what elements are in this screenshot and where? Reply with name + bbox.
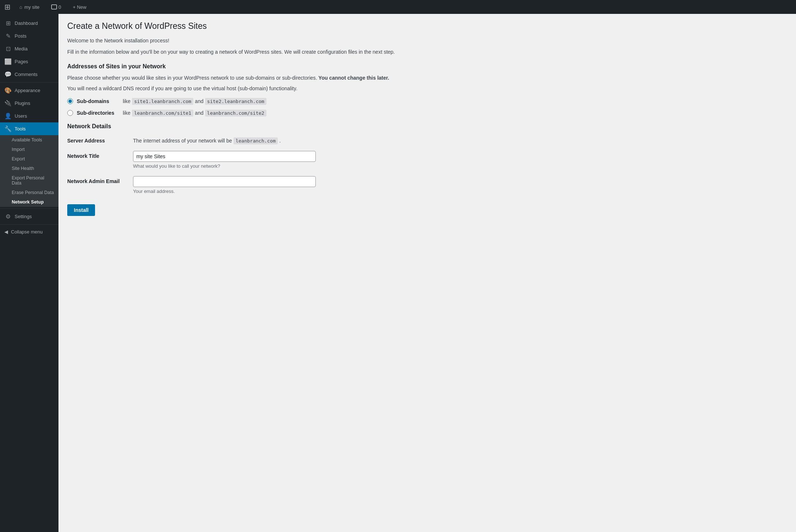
page-title: Create a Network of WordPress Sites — [67, 21, 787, 31]
subdirectory-option: Sub-directories like leanbranch.com/site… — [67, 110, 787, 116]
network-email-label: Network Admin Email — [67, 176, 133, 184]
subdomain-desc: like site1.leanbranch.com and site2.lean… — [123, 98, 266, 104]
sidebar-item-comments[interactable]: 💬 Comments — [0, 68, 58, 81]
appearance-icon: 🎨 — [4, 87, 12, 94]
subdirectory-example2: leanbranch.com/site2 — [205, 110, 267, 117]
subdomain-radio[interactable] — [67, 98, 73, 104]
network-title-hint: What would you like to call your network… — [133, 163, 787, 169]
new-button[interactable]: + New — [70, 0, 89, 14]
sidebar-item-settings[interactable]: ⚙ Settings — [0, 210, 58, 223]
sidebar-item-appearance[interactable]: 🎨 Appearance — [0, 84, 58, 97]
network-email-hint: Your email address. — [133, 189, 787, 194]
pages-icon: ⬜ — [4, 58, 12, 65]
network-email-row: Network Admin Email Your email address. — [67, 176, 787, 194]
submenu-site-health[interactable]: Site Health — [0, 164, 58, 173]
sidebar-item-dashboard[interactable]: ⊞ Dashboard — [0, 17, 58, 30]
comments-link[interactable]: 0 — [48, 0, 64, 14]
install-button[interactable]: Install — [67, 204, 95, 216]
sidebar-item-label: Pages — [15, 59, 28, 64]
comment-bubble-icon — [51, 4, 57, 10]
subdirectory-label-text: Sub-directories — [77, 110, 114, 116]
sidebar-item-label: Appearance — [15, 88, 40, 93]
addresses-desc1-strong: You cannot change this later. — [317, 75, 389, 81]
sidebar-item-plugins[interactable]: 🔌 Plugins — [0, 97, 58, 110]
sidebar-item-label: Settings — [15, 214, 32, 219]
submenu-network-setup[interactable]: Network Setup — [0, 197, 58, 207]
submenu-export[interactable]: Export — [0, 154, 58, 164]
sidebar-item-label: Comments — [15, 72, 38, 77]
sidebar: ⊞ Dashboard ✎ Posts ⊡ Media ⬜ Pages 💬 Co… — [0, 14, 58, 532]
submenu-available-tools[interactable]: Available Tools — [0, 135, 58, 145]
server-address-code: leanbranch.com — [234, 137, 278, 144]
sidebar-item-media[interactable]: ⊡ Media — [0, 42, 58, 55]
subdirectory-radio[interactable] — [67, 110, 73, 116]
addresses-desc1: Please choose whether you would like sit… — [67, 74, 787, 82]
sidebar-item-label: Dashboard — [15, 20, 38, 26]
address-options: Sub-domains like site1.leanbranch.com an… — [67, 98, 787, 116]
site-name: my site — [24, 4, 39, 10]
tools-submenu: Available Tools Import Export Site Healt… — [0, 135, 58, 207]
server-address-row: Server Address The internet address of y… — [67, 136, 787, 144]
network-title-row: Network Title What would you like to cal… — [67, 151, 787, 169]
sidebar-item-label: Plugins — [15, 100, 30, 106]
sidebar-item-label: Media — [15, 46, 27, 52]
subdomain-option: Sub-domains like site1.leanbranch.com an… — [67, 98, 787, 104]
tools-arrow-icon: ◀ — [50, 126, 54, 132]
subdirectory-label[interactable]: Sub-directories — [67, 110, 118, 116]
subdomain-label[interactable]: Sub-domains — [67, 98, 118, 104]
sidebar-item-tools[interactable]: 🔧 Tools ◀ — [0, 122, 58, 135]
new-label: + New — [73, 4, 86, 10]
plugins-icon: 🔌 — [4, 100, 12, 107]
tools-icon: 🔧 — [4, 125, 12, 132]
posts-icon: ✎ — [4, 33, 12, 39]
collapse-menu-button[interactable]: ◀ Collapse menu — [0, 226, 58, 238]
sidebar-item-users[interactable]: 👤 Users — [0, 110, 58, 122]
subdomain-example1: site1.leanbranch.com — [132, 98, 194, 105]
subdomain-label-text: Sub-domains — [77, 98, 109, 104]
topbar: ⊞ ⌂ my site 0 + New — [0, 0, 796, 14]
addresses-desc1-pre: Please choose whether you would like sit… — [67, 75, 317, 81]
sidebar-item-label: Posts — [15, 33, 27, 39]
main-content: Create a Network of WordPress Sites Welc… — [58, 14, 796, 532]
sidebar-item-posts[interactable]: ✎ Posts — [0, 30, 58, 42]
network-email-input[interactable] — [133, 176, 316, 187]
submenu-erase-personal[interactable]: Erase Personal Data — [0, 188, 58, 197]
network-title-value: What would you like to call your network… — [133, 151, 787, 169]
network-details-table: Server Address The internet address of y… — [67, 136, 787, 194]
users-icon: 👤 — [4, 113, 12, 119]
intro-text-2: Fill in the information below and you'll… — [67, 48, 787, 56]
intro-text-1: Welcome to the Network installation proc… — [67, 37, 787, 45]
network-email-value: Your email address. — [133, 176, 787, 194]
media-icon: ⊡ — [4, 45, 12, 52]
collapse-icon: ◀ — [4, 229, 8, 235]
subdirectory-example1: leanbranch.com/site1 — [132, 110, 194, 117]
sidebar-item-pages[interactable]: ⬜ Pages — [0, 55, 58, 68]
network-title-label: Network Title — [67, 151, 133, 159]
home-icon: ⌂ — [19, 4, 22, 10]
subdomain-example2: site2.leanbranch.com — [205, 98, 267, 105]
site-link[interactable]: ⌂ my site — [16, 0, 42, 14]
server-address-text: The internet address of your network wil… — [133, 136, 787, 144]
submenu-import[interactable]: Import — [0, 145, 58, 154]
submenu-export-personal[interactable]: Export Personal Data — [0, 173, 58, 188]
network-title-input[interactable] — [133, 151, 316, 162]
settings-icon: ⚙ — [4, 213, 12, 220]
addresses-heading: Addresses of Sites in your Network — [67, 63, 787, 70]
comments-count: 0 — [58, 4, 61, 10]
addresses-desc2: You will need a wildcard DNS record if y… — [67, 85, 787, 92]
network-details-heading: Network Details — [67, 123, 787, 130]
server-address-label: Server Address — [67, 136, 133, 144]
wp-logo[interactable]: ⊞ — [4, 3, 11, 11]
collapse-label: Collapse menu — [11, 229, 43, 235]
dashboard-icon: ⊞ — [4, 20, 12, 27]
subdirectory-desc: like leanbranch.com/site1 and leanbranch… — [123, 110, 266, 116]
comments-nav-icon: 💬 — [4, 71, 12, 78]
sidebar-item-label: Tools — [15, 126, 26, 132]
server-address-value: The internet address of your network wil… — [133, 136, 787, 144]
sidebar-item-label: Users — [15, 113, 27, 119]
